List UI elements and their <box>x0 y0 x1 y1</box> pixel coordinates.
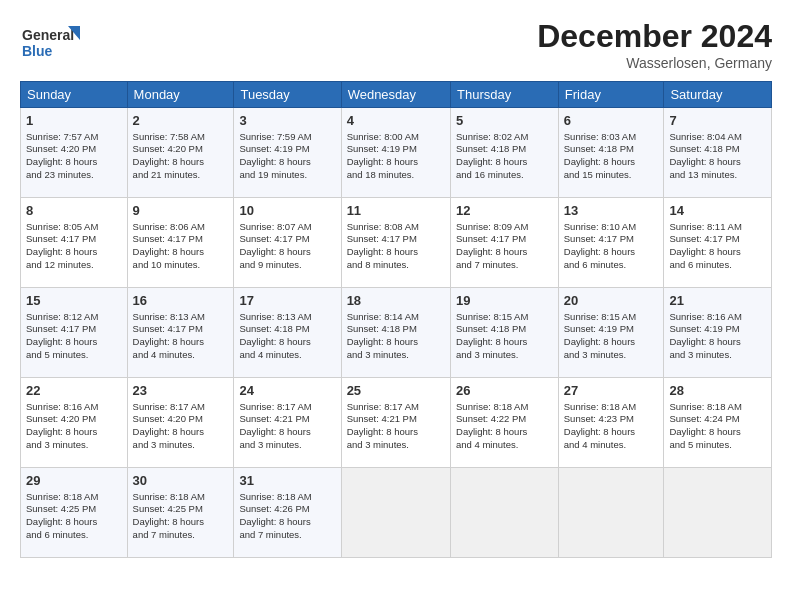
col-saturday: Saturday <box>664 82 772 108</box>
day-info: Sunrise: 8:16 AM Sunset: 4:19 PM Dayligh… <box>669 311 766 362</box>
calendar-cell: 5Sunrise: 8:02 AM Sunset: 4:18 PM Daylig… <box>451 108 559 198</box>
day-number: 7 <box>669 112 766 130</box>
day-info: Sunrise: 8:09 AM Sunset: 4:17 PM Dayligh… <box>456 221 553 272</box>
calendar-cell: 19Sunrise: 8:15 AM Sunset: 4:18 PM Dayli… <box>451 288 559 378</box>
day-number: 18 <box>347 292 445 310</box>
day-number: 30 <box>133 472 229 490</box>
calendar-header-row: Sunday Monday Tuesday Wednesday Thursday… <box>21 82 772 108</box>
day-number: 29 <box>26 472 122 490</box>
day-number: 9 <box>133 202 229 220</box>
calendar-cell: 21Sunrise: 8:16 AM Sunset: 4:19 PM Dayli… <box>664 288 772 378</box>
day-info: Sunrise: 8:18 AM Sunset: 4:22 PM Dayligh… <box>456 401 553 452</box>
day-number: 6 <box>564 112 659 130</box>
header: General Blue December 2024 Wasserlosen, … <box>20 18 772 71</box>
day-number: 1 <box>26 112 122 130</box>
day-number: 12 <box>456 202 553 220</box>
calendar-cell: 28Sunrise: 8:18 AM Sunset: 4:24 PM Dayli… <box>664 378 772 468</box>
day-info: Sunrise: 8:17 AM Sunset: 4:21 PM Dayligh… <box>239 401 335 452</box>
col-wednesday: Wednesday <box>341 82 450 108</box>
day-number: 21 <box>669 292 766 310</box>
calendar-cell: 15Sunrise: 8:12 AM Sunset: 4:17 PM Dayli… <box>21 288 128 378</box>
day-number: 23 <box>133 382 229 400</box>
day-info: Sunrise: 8:13 AM Sunset: 4:18 PM Dayligh… <box>239 311 335 362</box>
page: General Blue December 2024 Wasserlosen, … <box>0 0 792 612</box>
calendar-cell: 2Sunrise: 7:58 AM Sunset: 4:20 PM Daylig… <box>127 108 234 198</box>
day-info: Sunrise: 8:02 AM Sunset: 4:18 PM Dayligh… <box>456 131 553 182</box>
day-info: Sunrise: 8:07 AM Sunset: 4:17 PM Dayligh… <box>239 221 335 272</box>
day-number: 31 <box>239 472 335 490</box>
day-info: Sunrise: 8:06 AM Sunset: 4:17 PM Dayligh… <box>133 221 229 272</box>
col-tuesday: Tuesday <box>234 82 341 108</box>
month-title: December 2024 <box>537 18 772 55</box>
svg-text:General: General <box>22 27 74 43</box>
day-number: 13 <box>564 202 659 220</box>
day-number: 5 <box>456 112 553 130</box>
col-sunday: Sunday <box>21 82 128 108</box>
calendar-cell: 12Sunrise: 8:09 AM Sunset: 4:17 PM Dayli… <box>451 198 559 288</box>
calendar-week-row: 22Sunrise: 8:16 AM Sunset: 4:20 PM Dayli… <box>21 378 772 468</box>
svg-text:Blue: Blue <box>22 43 53 59</box>
col-friday: Friday <box>558 82 664 108</box>
day-info: Sunrise: 8:18 AM Sunset: 4:25 PM Dayligh… <box>133 491 229 542</box>
day-info: Sunrise: 8:18 AM Sunset: 4:23 PM Dayligh… <box>564 401 659 452</box>
logo: General Blue <box>20 18 80 68</box>
day-number: 4 <box>347 112 445 130</box>
calendar-cell: 26Sunrise: 8:18 AM Sunset: 4:22 PM Dayli… <box>451 378 559 468</box>
calendar-cell: 4Sunrise: 8:00 AM Sunset: 4:19 PM Daylig… <box>341 108 450 198</box>
col-monday: Monday <box>127 82 234 108</box>
location-subtitle: Wasserlosen, Germany <box>537 55 772 71</box>
calendar-cell: 18Sunrise: 8:14 AM Sunset: 4:18 PM Dayli… <box>341 288 450 378</box>
calendar-cell <box>451 468 559 558</box>
calendar-week-row: 29Sunrise: 8:18 AM Sunset: 4:25 PM Dayli… <box>21 468 772 558</box>
calendar-week-row: 15Sunrise: 8:12 AM Sunset: 4:17 PM Dayli… <box>21 288 772 378</box>
day-number: 8 <box>26 202 122 220</box>
calendar-cell <box>558 468 664 558</box>
calendar-cell: 20Sunrise: 8:15 AM Sunset: 4:19 PM Dayli… <box>558 288 664 378</box>
day-info: Sunrise: 8:18 AM Sunset: 4:26 PM Dayligh… <box>239 491 335 542</box>
day-info: Sunrise: 8:10 AM Sunset: 4:17 PM Dayligh… <box>564 221 659 272</box>
calendar-table: Sunday Monday Tuesday Wednesday Thursday… <box>20 81 772 558</box>
day-info: Sunrise: 8:16 AM Sunset: 4:20 PM Dayligh… <box>26 401 122 452</box>
day-number: 28 <box>669 382 766 400</box>
day-info: Sunrise: 8:12 AM Sunset: 4:17 PM Dayligh… <box>26 311 122 362</box>
day-info: Sunrise: 7:59 AM Sunset: 4:19 PM Dayligh… <box>239 131 335 182</box>
day-number: 26 <box>456 382 553 400</box>
day-number: 15 <box>26 292 122 310</box>
col-thursday: Thursday <box>451 82 559 108</box>
day-number: 25 <box>347 382 445 400</box>
day-number: 3 <box>239 112 335 130</box>
calendar-cell: 10Sunrise: 8:07 AM Sunset: 4:17 PM Dayli… <box>234 198 341 288</box>
day-info: Sunrise: 8:18 AM Sunset: 4:24 PM Dayligh… <box>669 401 766 452</box>
day-info: Sunrise: 8:05 AM Sunset: 4:17 PM Dayligh… <box>26 221 122 272</box>
calendar-cell: 30Sunrise: 8:18 AM Sunset: 4:25 PM Dayli… <box>127 468 234 558</box>
calendar-cell: 25Sunrise: 8:17 AM Sunset: 4:21 PM Dayli… <box>341 378 450 468</box>
calendar-cell: 17Sunrise: 8:13 AM Sunset: 4:18 PM Dayli… <box>234 288 341 378</box>
calendar-cell: 13Sunrise: 8:10 AM Sunset: 4:17 PM Dayli… <box>558 198 664 288</box>
calendar-cell: 1Sunrise: 7:57 AM Sunset: 4:20 PM Daylig… <box>21 108 128 198</box>
day-info: Sunrise: 7:57 AM Sunset: 4:20 PM Dayligh… <box>26 131 122 182</box>
day-info: Sunrise: 8:11 AM Sunset: 4:17 PM Dayligh… <box>669 221 766 272</box>
day-number: 2 <box>133 112 229 130</box>
day-info: Sunrise: 8:00 AM Sunset: 4:19 PM Dayligh… <box>347 131 445 182</box>
calendar-cell: 27Sunrise: 8:18 AM Sunset: 4:23 PM Dayli… <box>558 378 664 468</box>
calendar-cell: 3Sunrise: 7:59 AM Sunset: 4:19 PM Daylig… <box>234 108 341 198</box>
day-info: Sunrise: 8:08 AM Sunset: 4:17 PM Dayligh… <box>347 221 445 272</box>
day-info: Sunrise: 8:17 AM Sunset: 4:21 PM Dayligh… <box>347 401 445 452</box>
calendar-cell: 11Sunrise: 8:08 AM Sunset: 4:17 PM Dayli… <box>341 198 450 288</box>
calendar-cell <box>664 468 772 558</box>
calendar-cell: 8Sunrise: 8:05 AM Sunset: 4:17 PM Daylig… <box>21 198 128 288</box>
calendar-cell: 16Sunrise: 8:13 AM Sunset: 4:17 PM Dayli… <box>127 288 234 378</box>
day-info: Sunrise: 7:58 AM Sunset: 4:20 PM Dayligh… <box>133 131 229 182</box>
day-number: 17 <box>239 292 335 310</box>
day-info: Sunrise: 8:15 AM Sunset: 4:19 PM Dayligh… <box>564 311 659 362</box>
day-number: 14 <box>669 202 766 220</box>
day-number: 27 <box>564 382 659 400</box>
calendar-cell: 31Sunrise: 8:18 AM Sunset: 4:26 PM Dayli… <box>234 468 341 558</box>
day-info: Sunrise: 8:15 AM Sunset: 4:18 PM Dayligh… <box>456 311 553 362</box>
day-number: 22 <box>26 382 122 400</box>
day-number: 20 <box>564 292 659 310</box>
day-info: Sunrise: 8:14 AM Sunset: 4:18 PM Dayligh… <box>347 311 445 362</box>
calendar-cell: 22Sunrise: 8:16 AM Sunset: 4:20 PM Dayli… <box>21 378 128 468</box>
calendar-week-row: 1Sunrise: 7:57 AM Sunset: 4:20 PM Daylig… <box>21 108 772 198</box>
day-info: Sunrise: 8:18 AM Sunset: 4:25 PM Dayligh… <box>26 491 122 542</box>
